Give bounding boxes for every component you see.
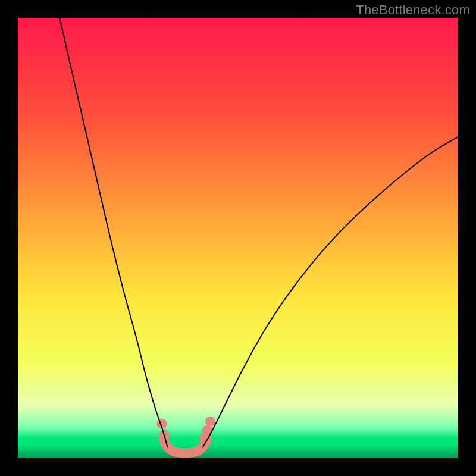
watermark-text: TheBottleneck.com bbox=[356, 2, 470, 18]
gradient-background bbox=[18, 18, 458, 458]
optimal-dot bbox=[205, 416, 215, 427]
bottleneck-chart bbox=[0, 0, 476, 476]
chart-frame: TheBottleneck.com bbox=[0, 0, 476, 476]
